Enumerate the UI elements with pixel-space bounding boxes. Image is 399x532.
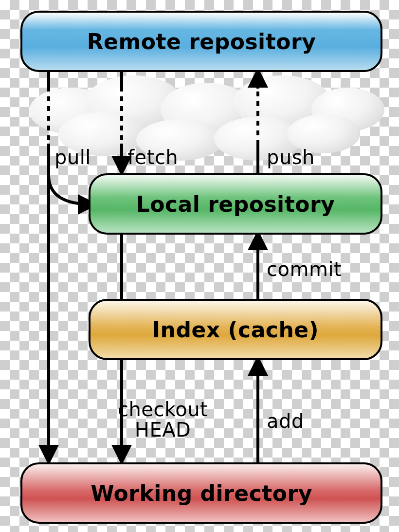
- node-label: Working directory: [91, 481, 312, 506]
- node-local-repository: Local repository: [89, 173, 382, 235]
- node-remote-repository: Remote repository: [20, 11, 382, 72]
- node-label: Remote repository: [87, 29, 316, 54]
- label-checkout-head-line2: HEAD: [118, 420, 208, 440]
- label-push: push: [267, 146, 315, 168]
- node-label: Index (cache): [152, 317, 319, 342]
- node-label: Local repository: [136, 192, 335, 217]
- label-pull: pull: [54, 146, 91, 168]
- label-checkout-head: checkout HEAD: [118, 399, 208, 440]
- label-checkout-head-line1: checkout: [118, 399, 208, 420]
- node-working-directory: Working directory: [20, 462, 382, 524]
- label-add: add: [267, 410, 304, 432]
- label-commit: commit: [267, 258, 342, 280]
- label-fetch: fetch: [127, 146, 178, 168]
- node-index-cache: Index (cache): [89, 299, 382, 360]
